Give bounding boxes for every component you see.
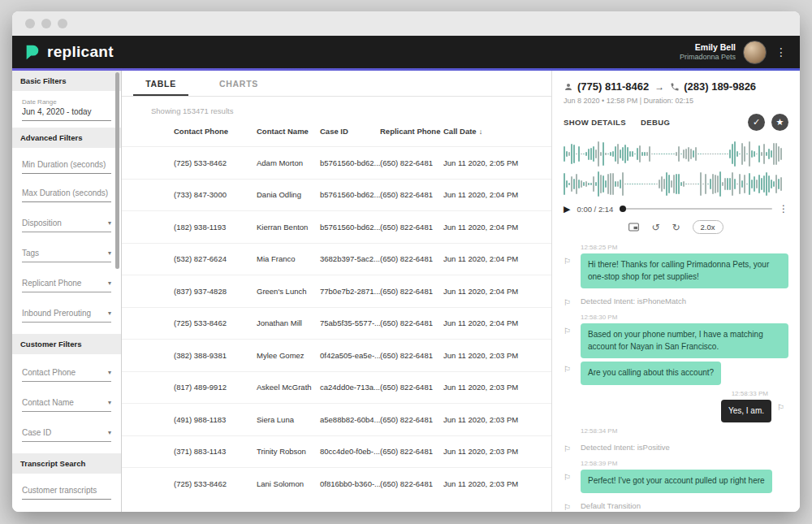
- table-cell: Dania Odling: [257, 190, 320, 199]
- tags-label: Tags: [22, 249, 39, 258]
- table-row[interactable]: (817) 489-9912Askeel McGrathca24dd0e-713…: [122, 371, 551, 404]
- table-row[interactable]: (532) 827-6624Mia Franco3682b397-5ac2...…: [122, 243, 551, 275]
- chevron-down-icon: ▾: [108, 310, 111, 317]
- call-date-label: Call Date: [443, 127, 477, 136]
- table-cell: (650) 822-6481: [380, 254, 443, 263]
- date-range-label: Date Range: [22, 98, 111, 106]
- table-cell: (650) 822-6481: [380, 287, 443, 296]
- table-row[interactable]: (733) 847-3000Dania Odlingb5761560-bd62.…: [122, 179, 551, 211]
- table-cell: Jun 11 2020, 2:04 PM: [443, 287, 551, 296]
- table-row[interactable]: (182) 938-1193Kierran Bentonb5761560-bd6…: [122, 210, 551, 243]
- resolve-check-button[interactable]: ✓: [748, 114, 765, 131]
- tags-dropdown[interactable]: Tags ▾: [22, 242, 111, 262]
- column-case-id[interactable]: Case ID: [320, 127, 380, 136]
- table-cell: ca24dd0e-713a...: [320, 383, 380, 392]
- avatar[interactable]: [743, 41, 767, 64]
- table-row[interactable]: (725) 533-8462Adam Mortonb5761560-bd62..…: [122, 146, 551, 179]
- play-button[interactable]: ▶: [564, 204, 570, 214]
- case-id-dropdown[interactable]: Case ID ▾: [22, 422, 111, 442]
- flag-icon[interactable]: ⚐: [777, 403, 788, 412]
- window-close-button[interactable]: [25, 19, 35, 28]
- flag-icon[interactable]: ⚐: [564, 257, 575, 266]
- table-cell: 77b0e7b2-2871...: [320, 287, 380, 296]
- window-zoom-button[interactable]: [58, 19, 67, 28]
- intent-row: ⚐Detected Intent: isPhoneMatch: [564, 295, 788, 307]
- results-panel: TABLE CHARTS Showing 153471 results Cont…: [122, 71, 552, 512]
- column-replicant-phone[interactable]: Replicant Phone: [380, 127, 443, 136]
- tab-table[interactable]: TABLE: [122, 71, 200, 96]
- player-controls: ↺ ↻ 2.0x: [552, 214, 800, 236]
- table-cell: 3682b397-5ac2...: [320, 254, 380, 263]
- table-cell: Jun 11 2020, 2:03 PM: [443, 415, 551, 424]
- sort-desc-icon[interactable]: ↓: [479, 128, 483, 136]
- contact-phone-dropdown[interactable]: Contact Phone ▾: [22, 362, 111, 382]
- table-cell: b5761560-bd62...: [320, 190, 380, 199]
- flag-icon[interactable]: ⚐: [564, 327, 575, 336]
- seek-slider[interactable]: [620, 208, 772, 210]
- message-row: ⚐Are you calling about this account?: [564, 362, 788, 385]
- playback-speed-button[interactable]: 2.0x: [693, 220, 723, 234]
- replay-icon[interactable]: ↺: [651, 223, 659, 232]
- table-cell: (817) 489-9912: [174, 383, 257, 392]
- disposition-label: Disposition: [22, 219, 62, 227]
- message-timestamp: 12:58:39 PM: [581, 460, 788, 467]
- forward-icon[interactable]: ↻: [672, 223, 680, 232]
- replicant-phone-label: Replicant Phone: [22, 279, 81, 288]
- table-cell: a5e88b82-60b4...: [320, 415, 380, 424]
- column-contact-phone[interactable]: Contact Phone: [174, 127, 257, 136]
- tab-charts[interactable]: CHARTS: [200, 71, 278, 96]
- flag-icon[interactable]: ⚐: [564, 503, 575, 512]
- transcript: 12:58:25 PM⚐Hi there! Thanks for calling…: [552, 236, 800, 512]
- star-button[interactable]: ★: [771, 114, 788, 131]
- results-count: Showing 153471 results: [122, 97, 551, 123]
- min-duration-input[interactable]: [22, 155, 111, 174]
- sidebar-scrollbar[interactable]: [115, 72, 119, 269]
- playback-time: 0:00 / 2:14: [577, 205, 613, 214]
- audio-waveform[interactable]: [564, 139, 788, 199]
- flag-icon[interactable]: ⚐: [564, 365, 575, 374]
- filters-sidebar: Basic Filters Date Range Advanced Filter…: [12, 71, 122, 512]
- kebab-menu-icon[interactable]: ⋮: [774, 45, 788, 58]
- user-organization: Primadonna Pets: [680, 53, 736, 62]
- chevron-down-icon: ▾: [108, 399, 111, 406]
- table-row[interactable]: (725) 533-8462Lani Solomon0f816bb0-b360-…: [122, 467, 551, 500]
- show-details-link[interactable]: SHOW DETAILS: [564, 118, 626, 127]
- intent-row: ⚐Detected Intent: isPositive: [564, 441, 788, 453]
- table-row[interactable]: (491) 988-1183Siera Lunaa5e88b82-60b4...…: [122, 403, 551, 435]
- window-minimize-button[interactable]: [41, 19, 51, 28]
- table-cell: 80cc4de0-f0eb-...: [320, 447, 380, 456]
- call-numbers: (775) 811-8462 → (283) 189-9826: [564, 80, 788, 93]
- disposition-dropdown[interactable]: Disposition ▾: [22, 212, 111, 232]
- player-menu-icon[interactable]: ⋮: [779, 203, 788, 214]
- picture-in-picture-icon[interactable]: [628, 223, 639, 232]
- contact-name-dropdown[interactable]: Contact Name ▾: [22, 392, 111, 412]
- customer-transcripts-input[interactable]: [22, 481, 111, 500]
- chevron-down-icon: ▾: [108, 219, 111, 227]
- replicant-phone-dropdown[interactable]: Replicant Phone ▾: [22, 272, 111, 292]
- table-cell: Jun 11 2020, 2:03 PM: [443, 447, 551, 456]
- seek-handle[interactable]: [620, 206, 626, 212]
- intent-label: Default Transition: [581, 501, 641, 510]
- column-contact-name[interactable]: Contact Name: [257, 127, 320, 136]
- caller-number: (775) 811-8462: [577, 80, 649, 93]
- max-duration-input[interactable]: [22, 184, 111, 202]
- date-range-input[interactable]: [22, 107, 111, 121]
- table-cell: b5761560-bd62...: [320, 223, 380, 232]
- table-cell: Jun 11 2020, 2:03 PM: [443, 383, 551, 392]
- flag-icon[interactable]: ⚐: [564, 444, 575, 453]
- table-row[interactable]: (371) 883-1143Trinity Robson80cc4de0-f0e…: [122, 435, 551, 468]
- bot-message-bubble: Perfect! I've got your account pulled up…: [581, 470, 772, 493]
- inbound-prerouting-dropdown[interactable]: Inbound Prerouting ▾: [22, 302, 111, 323]
- table-row[interactable]: (382) 388-9381Mylee Gomez0f42a505-ea5e-.…: [122, 339, 551, 371]
- tab-bar: TABLE CHARTS: [122, 71, 551, 97]
- table-cell: 0f42a505-ea5e-...: [320, 351, 380, 360]
- table-row[interactable]: (837) 937-4828Green's Lunch77b0e7b2-2871…: [122, 275, 551, 307]
- flag-icon[interactable]: ⚐: [564, 298, 575, 307]
- column-call-date[interactable]: Call Date↓: [443, 127, 551, 136]
- bot-message-bubble: Hi there! Thanks for calling Primadonna …: [581, 253, 788, 288]
- table-cell: (725) 533-8462: [174, 479, 257, 488]
- flag-icon[interactable]: ⚐: [564, 473, 575, 482]
- message-row: ⚐Based on your phone number, I have a ma…: [564, 323, 788, 358]
- debug-link[interactable]: DEBUG: [641, 118, 670, 127]
- table-row[interactable]: (725) 533-8462Jonathan Mill75ab5f35-5577…: [122, 307, 551, 340]
